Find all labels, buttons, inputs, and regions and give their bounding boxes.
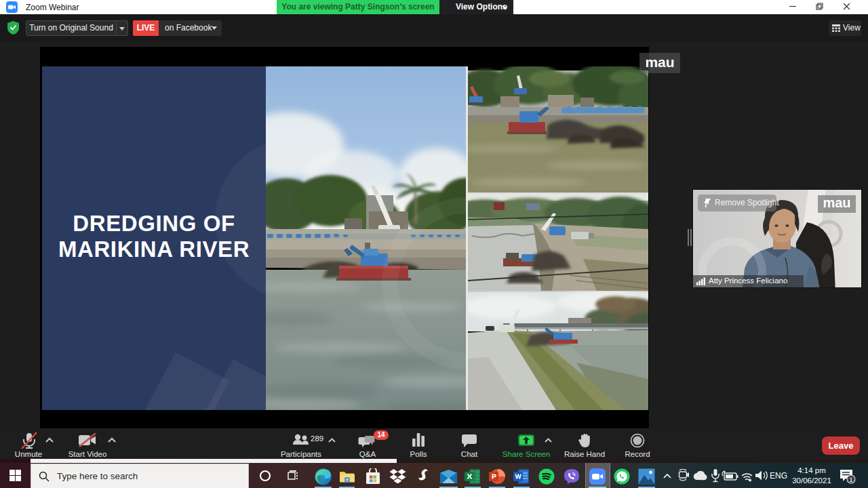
svg-text:1: 1	[849, 476, 852, 483]
